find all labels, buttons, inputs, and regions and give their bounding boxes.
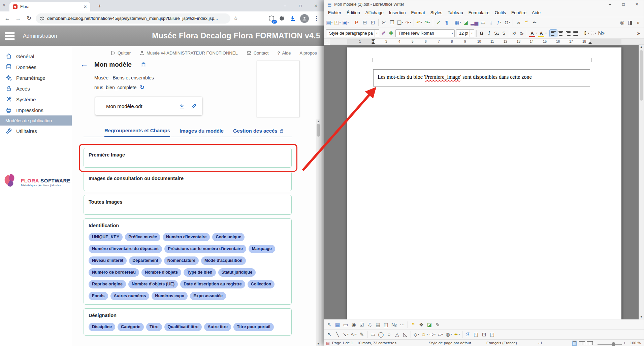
triangle-icon[interactable]: △: [393, 330, 401, 339]
download-file-icon[interactable]: [179, 103, 185, 109]
scroll-down-icon[interactable]: ▼: [316, 342, 320, 346]
writer-scroll-down-icon[interactable]: ▼: [639, 315, 644, 319]
navigator-icon[interactable]: ❖: [417, 320, 425, 329]
export-pdf-icon[interactable]: P: [353, 18, 361, 27]
tab-stop-selector-icon[interactable]: ∟: [324, 39, 330, 45]
stars-icon[interactable]: ✦▾: [453, 330, 461, 339]
block-arrows-icon[interactable]: ⇨▾: [428, 330, 437, 339]
field-pill-statut-juridique[interactable]: Statut juridique: [218, 268, 256, 277]
update-style-icon[interactable]: ✐: [380, 29, 387, 37]
indent-marker-bottom-icon[interactable]: [372, 42, 375, 44]
right-indent-marker-icon[interactable]: [588, 42, 592, 44]
view-multi-page-icon[interactable]: [579, 341, 585, 345]
undo-icon[interactable]: ↶▾: [415, 18, 423, 27]
field-pill-numero-de-bordereau[interactable]: Numéro de bordereau: [89, 268, 139, 277]
right-triangle-icon[interactable]: ◺: [401, 330, 409, 339]
help-link[interactable]: ? Aide: [277, 50, 291, 56]
zoom-out-icon[interactable]: −: [593, 341, 595, 345]
print-icon[interactable]: ⊟: [361, 18, 369, 27]
field-pill-departement[interactable]: Département: [129, 256, 161, 265]
field-pill-categorie[interactable]: Catégorie: [118, 323, 144, 331]
new-document-icon[interactable]: ▤▾: [325, 18, 333, 27]
sidebar-item-systeme[interactable]: Système: [0, 94, 72, 105]
list-box-icon[interactable]: ▤: [374, 320, 382, 329]
scrollbar-thumb[interactable]: [317, 124, 320, 137]
minimize-button[interactable]: –: [277, 0, 293, 11]
font-color-button[interactable]: A: [528, 29, 536, 37]
url-bar[interactable]: demobam.decalog.net/formationv45/jsp/sys…: [36, 13, 230, 24]
unordered-list-button[interactable]: ∷▾: [590, 29, 597, 37]
select-icon[interactable]: ↖: [325, 320, 333, 329]
formatted-field-icon[interactable]: №: [390, 320, 398, 329]
field-pill-titre[interactable]: Titre: [146, 323, 162, 331]
menu-insertion[interactable]: Insertion: [386, 10, 409, 15]
indent-marker-top-icon[interactable]: [372, 39, 375, 41]
back-icon[interactable]: ←: [2, 13, 13, 24]
writer-ruler[interactable]: ∟ 123456789101112131415161718: [324, 39, 644, 45]
field-pill-code-unique[interactable]: Code unique: [212, 233, 245, 241]
section-premiere-image[interactable]: Première Image: [84, 148, 292, 168]
tab-gestion-des-acces[interactable]: Gestion des accès: [233, 128, 284, 137]
strikethrough-button[interactable]: S: [500, 29, 508, 37]
align-justify-button[interactable]: [572, 30, 579, 37]
superscript-button[interactable]: x²: [511, 29, 518, 37]
zoom-slider[interactable]: [598, 344, 622, 345]
edit-pencil-icon[interactable]: [191, 103, 197, 109]
field-pill-type-de-bien[interactable]: Type de bien: [184, 268, 216, 277]
font-size-combo[interactable]: 12 pt▾: [456, 29, 474, 37]
sidebar-item-modeles-de-publication[interactable]: Modèles de publication: [0, 115, 72, 126]
contact-link[interactable]: Contact: [247, 50, 269, 56]
profile-avatar[interactable]: [300, 14, 309, 23]
field-pill-niveau-d-interet[interactable]: Niveau d'intérêt: [89, 256, 127, 265]
writer-minimize-button[interactable]: –: [603, 0, 617, 8]
align-left-button[interactable]: [550, 30, 557, 37]
menu-formulaire[interactable]: Formulaire: [466, 10, 492, 15]
rectangle-icon[interactable]: ▭: [369, 330, 377, 339]
copy-icon[interactable]: ❐: [388, 18, 396, 27]
sidebar-item-donnees[interactable]: Données: [0, 62, 72, 72]
field-pill-marquage[interactable]: Marquage: [249, 245, 275, 253]
line-icon[interactable]: ╲: [333, 330, 342, 339]
maximize-button[interactable]: □: [293, 0, 308, 11]
new-style-icon[interactable]: ✚: [387, 29, 395, 37]
menu-tableau[interactable]: Tableau: [445, 10, 466, 15]
field-pill-fonds[interactable]: Fonds: [89, 292, 108, 300]
check-box-icon[interactable]: ☑: [358, 320, 366, 329]
section-designation[interactable]: DésignationDisciplineCatégorieTitreQuali…: [84, 308, 292, 336]
extensions-puzzle-icon[interactable]: [277, 13, 287, 24]
toolbar-overflow-icon[interactable]: »: [634, 18, 642, 27]
template-file-card[interactable]: Mon modèle.odt: [95, 97, 202, 115]
bold-button[interactable]: G: [478, 29, 485, 37]
spelling-icon[interactable]: ✓: [434, 18, 443, 27]
insert-comment-icon[interactable]: ❝: [522, 18, 530, 27]
zoom-slider-handle[interactable]: [612, 342, 615, 346]
writer-scroll-up-icon[interactable]: ▲: [639, 45, 644, 49]
field-pill-numero-d-inventaire[interactable]: Numéro d'inventaire: [163, 233, 210, 241]
italic-button[interactable]: I: [485, 29, 493, 37]
forward-icon[interactable]: →: [13, 13, 24, 24]
sidebar-toggle-icon[interactable]: ◨: [626, 18, 634, 27]
ordered-list-button[interactable]: №▾: [597, 29, 606, 37]
line-spacing-button[interactable]: ⇕▾: [582, 29, 590, 37]
subscript-button[interactable]: x₂: [518, 29, 525, 37]
basic-shapes-icon[interactable]: ◇▾: [412, 330, 420, 339]
ellipse-icon[interactable]: ◯: [377, 330, 385, 339]
field-pill-collection[interactable]: Collection: [248, 280, 275, 288]
field-pill-date-d-inscription-au-registre[interactable]: Date d'inscription au registre: [180, 280, 245, 288]
delete-trash-icon[interactable]: [140, 62, 147, 68]
field-pill-discipline[interactable]: Discipline: [89, 323, 115, 331]
form-design-icon[interactable]: ▦: [333, 320, 342, 329]
insert-field-icon[interactable]: ƒ▾: [495, 18, 503, 27]
sidebar-item-impressions[interactable]: Impressions: [0, 105, 72, 115]
insert-image-icon[interactable]: ◪: [462, 18, 470, 27]
tab-images-du-modele[interactable]: Images du modèle: [180, 128, 224, 137]
callouts-icon[interactable]: ◍▾: [445, 330, 453, 339]
insert-text-box-icon[interactable]: ▭: [479, 18, 487, 27]
status-page-style[interactable]: Style de page par défaut: [429, 341, 471, 345]
field-pill-autres-numeros[interactable]: Autres numéros: [110, 292, 150, 300]
writer-scrollbar-thumb[interactable]: [640, 50, 643, 101]
field-pill-numeros-expo[interactable]: Numéros expo: [152, 292, 188, 300]
section-images-de-consultation-ou-documentaire[interactable]: Images de consultation ou documentaire: [84, 171, 292, 191]
menu-fichier[interactable]: Fichier: [325, 10, 344, 15]
tab-regroupements-et-champs[interactable]: Regroupements et Champs: [104, 128, 170, 137]
